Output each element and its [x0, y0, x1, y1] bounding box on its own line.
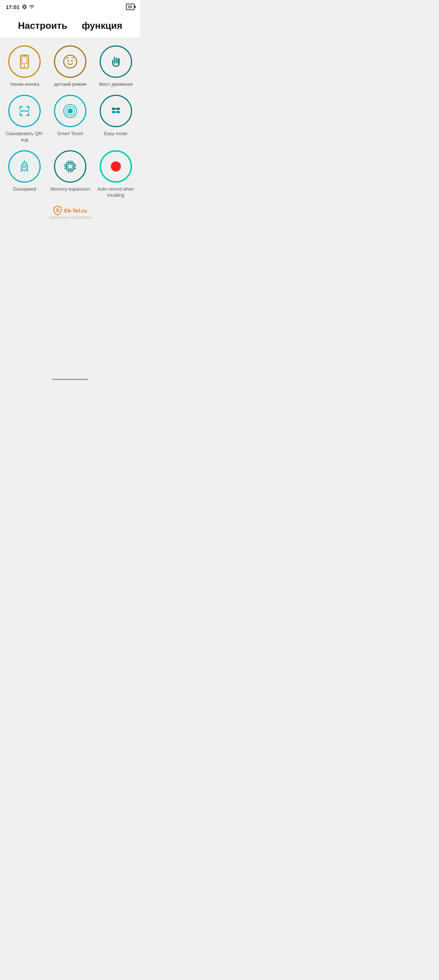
svg-rect-17	[67, 163, 74, 170]
watermark-subtext: защищённые смартфоны	[49, 215, 91, 220]
hand-icon	[106, 52, 125, 71]
feature-duraspeed[interactable]: Duraspeed	[5, 150, 44, 199]
page-title-2: функция	[82, 20, 122, 31]
feature-memory[interactable]: Memory expansion	[51, 150, 90, 199]
watermark-logo: Ek-Tel.ru	[53, 205, 87, 215]
easy-mode-label: Easy mode	[104, 131, 127, 137]
gesture-label: Жест движения	[99, 81, 133, 88]
svg-rect-12	[116, 108, 120, 110]
home-indicator	[52, 379, 88, 380]
memory-icon-circle	[54, 150, 86, 183]
kids-icon	[61, 52, 79, 71]
svg-point-4	[64, 55, 77, 68]
grid-icon	[106, 102, 125, 120]
memory-label: Memory expansion	[51, 186, 90, 192]
gesture-icon-circle	[100, 45, 132, 78]
easy-mode-icon-circle	[100, 95, 132, 127]
rocket-icon	[15, 157, 34, 176]
svg-point-15	[23, 165, 26, 168]
feature-auto-record[interactable]: Auto record when incalling	[96, 150, 136, 199]
feature-smart-touch[interactable]: Smart Touch	[51, 95, 90, 143]
phone-icon	[16, 53, 33, 70]
feature-smart-button[interactable]: Умная кнопка	[5, 45, 44, 88]
features-grid: Умная кнопка детский режим	[0, 38, 140, 209]
record-icon	[106, 157, 125, 176]
feature-qr-scan[interactable]: Сканировать QR-код	[5, 95, 44, 143]
status-right: 85	[126, 3, 135, 10]
feature-easy-mode[interactable]: Easy mode	[96, 95, 136, 143]
battery-indicator: 85	[126, 3, 135, 10]
page-title-1: Настроить	[18, 20, 67, 31]
touch-icon	[61, 102, 79, 120]
wifi-icon	[29, 4, 35, 10]
status-left: 17:01	[6, 4, 35, 10]
svg-point-6	[71, 60, 73, 62]
duraspeed-icon-circle	[8, 150, 41, 183]
bottom-bar	[0, 374, 140, 385]
svg-rect-14	[116, 111, 120, 113]
svg-rect-1	[22, 57, 27, 64]
watermark: Ek-Tel.ru защищённые смартфоны	[49, 205, 91, 220]
settings-icon	[22, 4, 27, 10]
smart-button-label: Умная кнопка	[10, 81, 39, 88]
qr-scan-label: Сканировать QR-код	[5, 131, 44, 143]
feature-kids-mode[interactable]: детский режим	[51, 45, 90, 88]
svg-point-31	[111, 161, 121, 172]
smart-touch-icon-circle	[54, 95, 86, 127]
qr-icon	[15, 102, 34, 120]
svg-point-10	[68, 108, 73, 113]
status-time: 17:01	[6, 4, 19, 10]
empty-area	[0, 227, 140, 371]
status-bar: 17:01 85	[0, 0, 140, 13]
feature-gesture[interactable]: Жест движения	[96, 45, 136, 88]
smart-button-icon-circle	[8, 45, 41, 78]
duraspeed-label: Duraspeed	[13, 186, 36, 192]
shield-icon	[53, 205, 62, 215]
auto-record-label: Auto record when incalling	[96, 186, 136, 199]
svg-rect-11	[112, 108, 116, 110]
kids-mode-icon-circle	[54, 45, 86, 78]
watermark-text: Ek-Tel.ru	[64, 208, 87, 214]
kids-mode-label: детский режим	[54, 81, 86, 88]
auto-record-icon-circle	[100, 150, 132, 183]
svg-rect-13	[112, 111, 116, 113]
chip-icon	[61, 157, 79, 176]
page-header: Настроить функция	[0, 13, 140, 38]
status-icons	[22, 4, 35, 10]
svg-point-33	[57, 210, 58, 211]
smart-touch-label: Smart Touch	[57, 131, 84, 137]
svg-rect-18	[68, 164, 72, 169]
qr-scan-icon-circle	[8, 95, 41, 127]
svg-point-2	[24, 65, 25, 67]
svg-point-5	[68, 60, 69, 62]
